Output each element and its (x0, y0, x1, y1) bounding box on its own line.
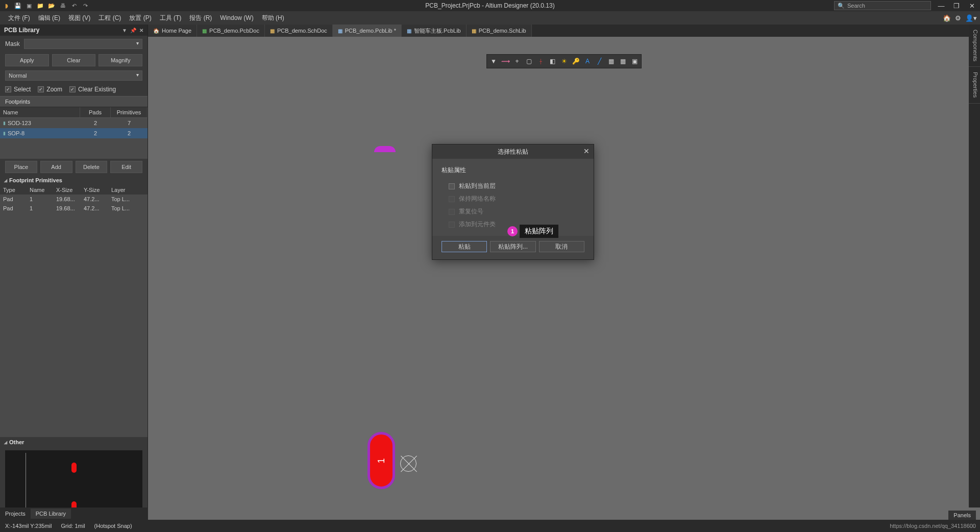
pcb-canvas[interactable]: ▼ ⟿ + ▢ ⟊ ◧ ☀ 🔑 A ╱ ▦ ▦ ▣ 1 选择性粘贴 (148, 37, 980, 520)
close-window-button[interactable]: ✕ (967, 2, 977, 10)
menu-place[interactable]: 放置 (P) (125, 12, 155, 25)
cancel-button[interactable]: 取消 (539, 241, 584, 252)
panel-dropdown-icon[interactable]: ▼ (122, 28, 127, 33)
menu-tools[interactable]: 工具 (T) (156, 12, 186, 25)
footprint-row[interactable]: ▮SOP-8 2 2 (0, 128, 148, 138)
erase-icon[interactable]: ◧ (547, 56, 558, 67)
filter-icon[interactable]: ▼ (488, 56, 499, 67)
projects-tab[interactable]: Projects (0, 509, 31, 519)
primitives-grid: Pad 1 19.68... 47.2... Top L... Pad 1 19… (0, 195, 148, 437)
grid1-icon[interactable]: ▦ (605, 56, 617, 67)
track-icon[interactable]: ⟿ (500, 56, 511, 67)
add-button[interactable]: Add (40, 161, 72, 173)
menu-help[interactable]: 帮助 (H) (258, 12, 288, 25)
quick-access-toolbar: ◗ 💾 ▣ 📁 📂 🖶 ↶ ↷ (0, 0, 92, 11)
open-icon[interactable]: 📁 (37, 2, 44, 9)
document-tabs: 🏠Home Page ▦PCB_demo.PcbDoc ▦PCB_demo.Sc… (148, 25, 980, 37)
normal-select[interactable]: Normal (5, 70, 142, 81)
components-panel-tab[interactable]: Components (969, 25, 980, 67)
tab-pcbdoc[interactable]: ▦PCB_demo.PcbDoc (197, 25, 265, 37)
properties-panel-tab[interactable]: Properties (969, 67, 980, 103)
search-box[interactable]: 🔍 Search (834, 1, 931, 10)
callout-badge: 1 (507, 226, 518, 236)
menu-window[interactable]: Window (W) (216, 12, 257, 23)
pcblib-icon: ▦ (338, 28, 342, 34)
tab-smartcar[interactable]: ▦智能车主板.PcbLib (402, 25, 467, 37)
key-icon[interactable]: 🔑 (570, 56, 581, 67)
chk-paste-current-layer[interactable]: 粘贴到当前层 (442, 180, 584, 192)
redo-icon[interactable]: ↷ (82, 2, 89, 9)
primitive-row[interactable]: Pad 1 19.68... 47.2... Top L... (0, 195, 148, 204)
menu-file[interactable]: 文件 (F) (4, 12, 34, 25)
main: PCB Library ▼ 📌 ✕ Mask Apply Clear Magni… (0, 25, 980, 532)
panel-close-icon[interactable]: ✕ (139, 28, 143, 33)
home-icon[interactable]: 🏠 (943, 14, 951, 22)
search-placeholder: Search (847, 3, 865, 9)
active-bar: ▼ ⟿ + ▢ ⟊ ◧ ☀ 🔑 A ╱ ▦ ▦ ▣ (486, 54, 642, 68)
footprints-grid-header: Name Pads Primitives (0, 107, 148, 118)
status-bar: X:-143mil Y:235mil Grid: 1mil (Hotspot S… (0, 520, 980, 532)
sch-icon: ▦ (270, 28, 275, 34)
watermark: https://blog.csdn.net/qq_34118600 (890, 523, 976, 529)
pcblib-tab[interactable]: PCB Library (31, 509, 71, 519)
star-icon[interactable]: ☀ (558, 56, 570, 67)
delete-button[interactable]: Delete (76, 161, 108, 173)
menu-project[interactable]: 工程 (C) (94, 12, 125, 25)
menu-view[interactable]: 视图 (V) (64, 12, 94, 25)
panels-button[interactable]: Panels (948, 511, 976, 520)
footprints-header: Footprints (0, 96, 148, 107)
pad-object[interactable]: 1 (368, 432, 395, 489)
undo-icon[interactable]: ↶ (70, 2, 78, 9)
edit-button[interactable]: Edit (110, 161, 142, 173)
place-button[interactable]: Place (5, 161, 37, 173)
tab-schdoc[interactable]: ▦PCB_demo.SchDoc (265, 25, 333, 37)
dim-icon[interactable]: ⟊ (535, 56, 546, 67)
chk-keep-net: 保持网络名称 (442, 192, 584, 205)
other-title[interactable]: Other (0, 437, 148, 447)
footprints-grid: ▮SOD-123 2 7 ▮SOP-8 2 2 (0, 118, 148, 159)
panel-header: PCB Library ▼ 📌 ✕ (0, 25, 148, 36)
text-icon[interactable]: A (582, 56, 593, 67)
dialog-close-icon[interactable]: ✕ (583, 147, 590, 155)
line-icon[interactable]: ╱ (594, 56, 605, 67)
tab-schlib[interactable]: ▦PCB_demo.SchLib (467, 25, 532, 37)
home-icon: 🏠 (153, 28, 159, 34)
save-all-icon[interactable]: ▣ (26, 2, 33, 9)
annotation-callout: 1 粘贴阵列 (507, 225, 558, 238)
tab-home[interactable]: 🏠Home Page (148, 25, 197, 37)
chk-select[interactable]: ✓Select (5, 86, 31, 93)
tab-pcblib[interactable]: ▦PCB_demo.PcbLib * (333, 25, 402, 37)
app-title: PCB_Project.PrjPcb - Altium Designer (20… (425, 2, 554, 9)
minimize-button[interactable]: — (936, 2, 946, 10)
print-icon[interactable]: 🖶 (59, 2, 66, 9)
menu-edit[interactable]: 编辑 (E) (34, 12, 64, 25)
chk-zoom[interactable]: ✓Zoom (38, 86, 62, 93)
apply-button[interactable]: Apply (5, 54, 49, 66)
chk-clear-existing[interactable]: ✓Clear Existing (69, 86, 116, 93)
grid3-icon[interactable]: ▣ (629, 56, 640, 67)
user-icon[interactable]: 👤▾ (965, 14, 977, 22)
title-bar: PCB_Project.PrjPcb - Altium Designer (20… (0, 0, 980, 11)
footprint-primitives-title[interactable]: Footprint Primitives (0, 175, 148, 185)
primitives-header: Type Name X-Size Y-Size Layer (0, 185, 148, 195)
paste-button[interactable]: 粘贴 (442, 241, 487, 252)
paste-array-button[interactable]: 粘贴阵列... (490, 241, 535, 252)
mask-select[interactable] (24, 39, 142, 49)
pcb-icon: ▦ (202, 28, 207, 34)
plus-icon[interactable]: + (511, 56, 523, 67)
menu-report[interactable]: 报告 (R) (185, 12, 216, 25)
search-icon: 🔍 (838, 3, 845, 9)
footprint-row[interactable]: ▮SOD-123 2 7 (0, 118, 148, 128)
clear-button[interactable]: Clear (52, 54, 96, 66)
maximize-button[interactable]: ❐ (951, 2, 962, 10)
save-icon[interactable]: 💾 (14, 2, 21, 9)
rect-icon[interactable]: ▢ (523, 56, 534, 67)
dialog-title-bar[interactable]: 选择性粘贴 ✕ (432, 144, 594, 159)
primitive-row[interactable]: Pad 1 19.68... 47.2... Top L... (0, 204, 148, 213)
panel-pin-icon[interactable]: 📌 (130, 28, 136, 33)
open-project-icon[interactable]: 📂 (48, 2, 55, 9)
magnify-button[interactable]: Magnify (99, 54, 142, 66)
callout-label: 粘贴阵列 (520, 225, 558, 238)
gear-icon[interactable]: ⚙ (955, 14, 961, 22)
grid2-icon[interactable]: ▦ (617, 56, 628, 67)
